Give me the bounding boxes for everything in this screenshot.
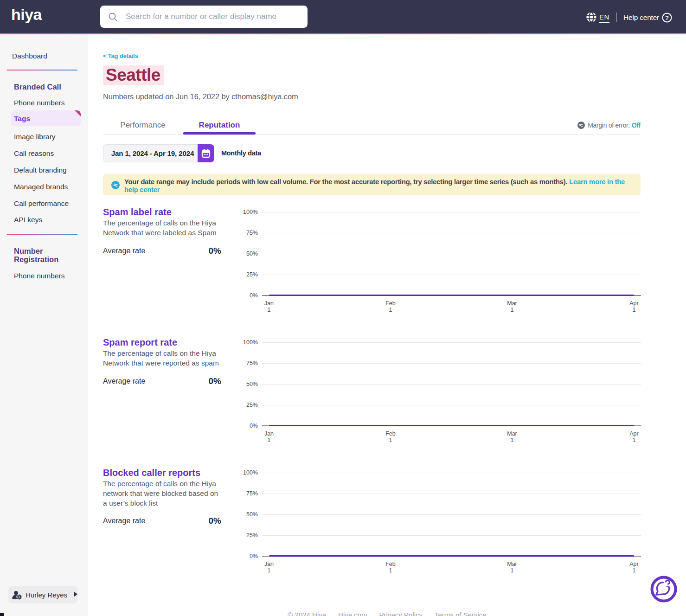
svg-text:?: ?: [665, 14, 669, 21]
